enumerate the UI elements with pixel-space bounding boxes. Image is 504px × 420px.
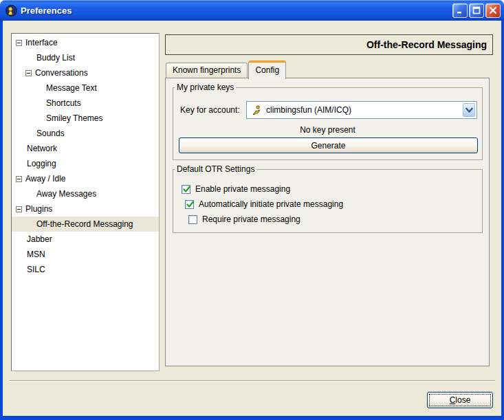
- private-keys-legend: My private keys: [175, 82, 236, 92]
- tab-bar: Known fingerprintsConfig: [166, 60, 287, 78]
- tree-item-sounds[interactable]: Sounds: [12, 126, 159, 141]
- checkmark-icon: [182, 185, 191, 194]
- footer-separator: [10, 380, 495, 382]
- checkbox-row-automatically-initiate-private-messaging: Automatically initiate private messaging: [185, 197, 476, 212]
- tree-item-label: Off-the-Record Messaging: [36, 219, 133, 229]
- aim-running-man-icon: [252, 105, 262, 115]
- tree-item-label: Away / Idle: [25, 174, 65, 184]
- config-tab-panel: My private keys Key for account: climbin…: [165, 78, 490, 366]
- checkbox-row-require-private-messaging: Require private messaging: [188, 212, 476, 227]
- tree-expander-icon[interactable]: [16, 176, 22, 182]
- key-status-text: No key present: [173, 125, 482, 135]
- otr-checkbox-list: Enable private messagingAutomatically in…: [182, 181, 476, 227]
- default-otr-settings-group: Default OTR Settings Enable private mess…: [173, 169, 483, 233]
- checkbox-automatically-initiate-private-messaging[interactable]: [185, 200, 194, 209]
- checkbox-enable-private-messaging[interactable]: [182, 185, 190, 194]
- checkbox-label: Automatically initiate private messaging: [199, 199, 343, 209]
- tree-item-label: Plugins: [25, 204, 52, 214]
- tree-item-label: Message Text: [46, 83, 97, 93]
- dropdown-arrow-button[interactable]: [463, 103, 475, 117]
- generate-button-label: Generate: [311, 141, 345, 151]
- checkmark-icon: [186, 200, 195, 209]
- tree-item-label: Buddy List: [36, 53, 75, 63]
- chevron-down-icon: [465, 107, 473, 113]
- tree-item-label: Smiley Themes: [46, 113, 102, 123]
- tree-item-message-text[interactable]: Message Text: [12, 80, 159, 96]
- tree-item-label: Away Messages: [36, 189, 96, 199]
- tree-item-plugins[interactable]: Plugins: [12, 201, 159, 217]
- tree-item-smiley-themes[interactable]: Smiley Themes: [12, 111, 159, 126]
- checkbox-label: Enable private messaging: [195, 184, 290, 194]
- tree-item-away-messages[interactable]: Away Messages: [12, 186, 159, 201]
- tree-item-label: Network: [27, 144, 57, 153]
- generate-button[interactable]: Generate: [179, 137, 478, 153]
- titlebar[interactable]: Preferences: [0, 0, 504, 21]
- tree-item-label: Sounds: [36, 129, 65, 138]
- window-controls: [452, 3, 501, 18]
- checkbox-label: Require private messaging: [202, 214, 300, 224]
- minimize-icon: [456, 6, 464, 14]
- tree-expander-icon[interactable]: [16, 206, 22, 212]
- close-button-label: Close: [450, 395, 471, 405]
- tab-known-fingerprints[interactable]: Known fingerprints: [166, 63, 248, 78]
- tree-item-jabber[interactable]: Jabber: [12, 232, 159, 247]
- tree-item-label: MSN: [27, 250, 45, 259]
- preferences-tree: InterfaceBuddy ListConversationsMessage …: [11, 33, 160, 371]
- tree-item-shortcuts[interactable]: Shortcuts: [12, 96, 159, 111]
- tree-item-interface[interactable]: Interface: [12, 35, 159, 50]
- client-area: InterfaceBuddy ListConversationsMessage …: [3, 21, 501, 416]
- checkbox-row-enable-private-messaging: Enable private messaging: [182, 181, 476, 197]
- maximize-button[interactable]: [469, 3, 484, 18]
- window-title: Preferences: [21, 5, 452, 16]
- tree-item-silc[interactable]: SILC: [12, 262, 159, 277]
- tree-expander-icon[interactable]: [25, 70, 32, 76]
- tree-item-off-the-record-messaging[interactable]: Off-the-Record Messaging: [12, 217, 159, 232]
- maximize-icon: [472, 6, 481, 14]
- tree-item-label: Interface: [25, 38, 58, 47]
- page-title: Off-the-Record Messaging: [366, 39, 487, 50]
- minimize-button[interactable]: [452, 3, 468, 18]
- page-heading-box: Off-the-Record Messaging: [165, 34, 493, 55]
- tree-item-label: Logging: [27, 159, 56, 168]
- tree-item-label: Conversations: [35, 68, 88, 78]
- close-window-button[interactable]: [485, 3, 501, 18]
- tree-item-buddy-list[interactable]: Buddy List: [12, 50, 159, 65]
- gaim-app-icon: [6, 5, 17, 16]
- account-select[interactable]: climbingsfun (AIM/ICQ): [246, 101, 477, 119]
- checkbox-require-private-messaging[interactable]: [188, 215, 197, 224]
- tree-item-network[interactable]: Network: [12, 141, 159, 156]
- tree-item-label: Jabber: [27, 234, 52, 244]
- tree-item-msn[interactable]: MSN: [12, 247, 159, 262]
- key-for-account-label: Key for account:: [180, 101, 240, 119]
- tree-item-conversations[interactable]: Conversations: [12, 65, 159, 80]
- account-select-value: climbingsfun (AIM/ICQ): [266, 105, 463, 115]
- tree-item-label: Shortcuts: [46, 98, 81, 108]
- tree-expander-icon[interactable]: [16, 40, 22, 46]
- close-icon: [489, 6, 497, 14]
- tree-item-label: SILC: [27, 265, 45, 274]
- tree-item-away-idle[interactable]: Away / Idle: [12, 171, 159, 186]
- preferences-window: Preferences InterfaceBuddy ListConversat…: [0, 0, 504, 420]
- tab-config[interactable]: Config: [248, 60, 286, 79]
- close-button[interactable]: Close: [427, 392, 493, 408]
- default-otr-settings-legend: Default OTR Settings: [175, 164, 256, 174]
- private-keys-group: My private keys Key for account: climbin…: [173, 87, 483, 160]
- tree-item-logging[interactable]: Logging: [12, 156, 159, 171]
